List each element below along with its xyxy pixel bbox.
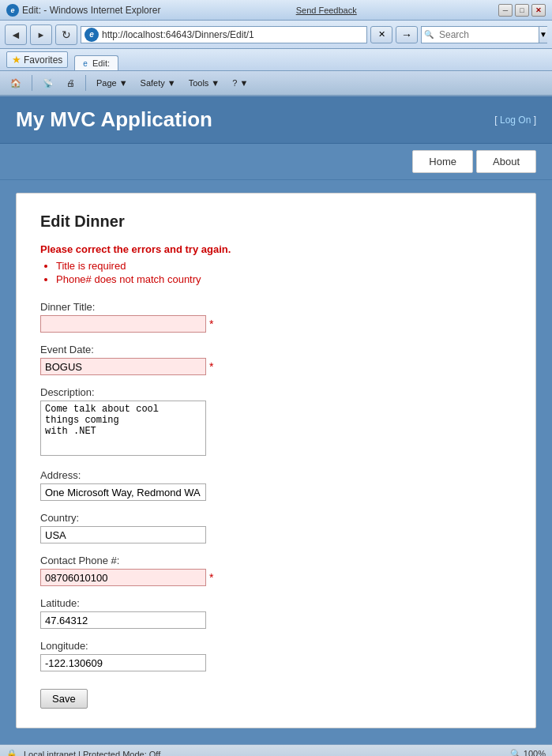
statusbar: 🔒 Local intranet | Protected Mode: Off 🔍… (0, 744, 552, 756)
dinner-title-group: Dinner Title: * (40, 301, 512, 333)
address-input[interactable] (40, 483, 206, 501)
tools-label: Tools (189, 78, 209, 88)
page-label: Page (96, 78, 117, 88)
address-label: Address: (40, 469, 512, 481)
address-group: Address: (40, 469, 512, 501)
latitude-input[interactable] (40, 611, 206, 629)
close-button[interactable]: ✕ (531, 4, 546, 17)
event-date-required: * (209, 360, 213, 373)
rss-button[interactable]: 📡 (39, 77, 58, 90)
login-link[interactable]: Log On (500, 115, 531, 126)
browser-title: Edit: - Windows Internet Explorer (22, 5, 160, 16)
save-button[interactable]: Save (40, 689, 88, 709)
longitude-label: Longitude: (40, 640, 512, 652)
back-button[interactable]: ◄ (5, 24, 27, 45)
latitude-label: Latitude: (40, 597, 512, 609)
app-nav: Home About (0, 144, 552, 180)
edit-dinner-form: Dinner Title: * Event Date: * (40, 301, 512, 709)
event-date-input[interactable] (40, 358, 206, 375)
ie-tab-icon: e (83, 59, 88, 68)
contact-phone-group: Contact Phone #: * (40, 555, 512, 586)
description-label: Description: (40, 386, 512, 398)
ie-logo-icon: e (6, 4, 19, 17)
event-date-label: Event Date: (40, 344, 512, 355)
content-card: Edit Dinner Please correct the errors an… (16, 193, 536, 728)
contact-phone-input-row: * (40, 569, 512, 586)
security-icon: 🔒 (6, 749, 17, 756)
country-label: Country: (40, 512, 512, 524)
contact-phone-input[interactable] (40, 569, 206, 586)
address-box: e http://localhost:64643/Dinners/Edit/1 (81, 26, 367, 43)
country-input[interactable] (40, 526, 206, 543)
safety-button[interactable]: Safety▼ (137, 77, 180, 89)
error-item-1: Phone# does not match country (56, 273, 512, 285)
tools-button[interactable]: Tools▼ (185, 77, 224, 89)
active-tab[interactable]: e Edit: (74, 55, 118, 70)
browser-titlebar: e Edit: - Windows Internet Explorer Send… (0, 0, 552, 21)
dinner-title-input[interactable] (40, 315, 206, 333)
home-toolbar-button[interactable]: 🏠 (6, 77, 25, 90)
help-icon: ? (232, 78, 237, 88)
window-controls: ─ □ ✕ (498, 4, 546, 17)
search-input[interactable] (436, 29, 539, 40)
longitude-input[interactable] (40, 654, 206, 671)
address-bar: ◄ ► ↻ e http://localhost:64643/Dinners/E… (0, 21, 552, 49)
contact-phone-label: Contact Phone #: (40, 555, 512, 566)
favorites-bar: ★ Favorites e Edit: (0, 49, 552, 71)
dinner-title-label: Dinner Title: (40, 301, 512, 313)
browser-toolbar: 🏠 📡 🖨 Page▼ Safety▼ Tools▼ ?▼ (0, 71, 552, 96)
toolbar-separator (32, 75, 32, 91)
app-title: My MVC Application (16, 107, 212, 132)
zoom-level: 🔍 100% (510, 749, 546, 756)
app-content: Edit Dinner Please correct the errors an… (0, 180, 552, 741)
star-icon: ★ (12, 54, 21, 66)
maximize-button[interactable]: □ (515, 4, 529, 17)
event-date-input-row: * (40, 358, 512, 375)
toolbar-separator-2 (85, 75, 86, 91)
error-summary-title: Please correct the errors and try again. (40, 243, 512, 255)
ie-icon: e (84, 28, 99, 42)
page-heading: Edit Dinner (40, 213, 512, 231)
app-header: My MVC Application [ Log On ] (0, 96, 552, 144)
safety-label: Safety (141, 78, 165, 88)
print-button[interactable]: 🖨 (62, 77, 79, 89)
description-group: Description: Come talk about cool things… (40, 386, 512, 458)
tab-label: Edit: (92, 58, 110, 68)
search-go-button[interactable]: ▼ (539, 27, 547, 43)
refresh-button[interactable]: ↻ (55, 24, 77, 45)
favorites-button[interactable]: ★ Favorites (6, 51, 68, 68)
help-button[interactable]: ?▼ (228, 77, 252, 89)
login-area: [ Log On ] (494, 115, 536, 126)
latitude-group: Latitude: (40, 597, 512, 629)
stop-button[interactable]: ✕ (370, 26, 392, 43)
error-item-0: Title is required (56, 260, 512, 272)
dinner-title-required: * (209, 318, 213, 330)
favorites-label: Favorites (24, 55, 62, 66)
event-date-group: Event Date: * (40, 344, 512, 375)
app-wrapper: My MVC Application [ Log On ] Home About… (0, 96, 552, 744)
nav-about[interactable]: About (476, 150, 536, 173)
minimize-button[interactable]: ─ (498, 4, 513, 17)
error-list: Title is required Phone# does not match … (56, 260, 512, 285)
longitude-group: Longitude: (40, 640, 512, 671)
error-summary: Please correct the errors and try again.… (40, 243, 512, 285)
search-box: 🔍 ▼ (421, 26, 547, 43)
zone-text: Local intranet | Protected Mode: Off (24, 750, 160, 757)
contact-phone-required: * (209, 571, 213, 584)
page-button[interactable]: Page▼ (92, 77, 132, 89)
dinner-title-input-row: * (40, 315, 512, 333)
country-group: Country: (40, 512, 512, 543)
go-button[interactable]: → (396, 26, 418, 43)
send-feedback-link[interactable]: Send Feedback (296, 6, 357, 15)
description-textarea[interactable]: Come talk about cool things coming with … (40, 401, 206, 456)
url-text[interactable]: http://localhost:64643/Dinners/Edit/1 (102, 29, 363, 40)
live-search-icon: 🔍 (424, 30, 434, 39)
nav-home[interactable]: Home (412, 150, 473, 173)
forward-button[interactable]: ► (30, 24, 52, 45)
